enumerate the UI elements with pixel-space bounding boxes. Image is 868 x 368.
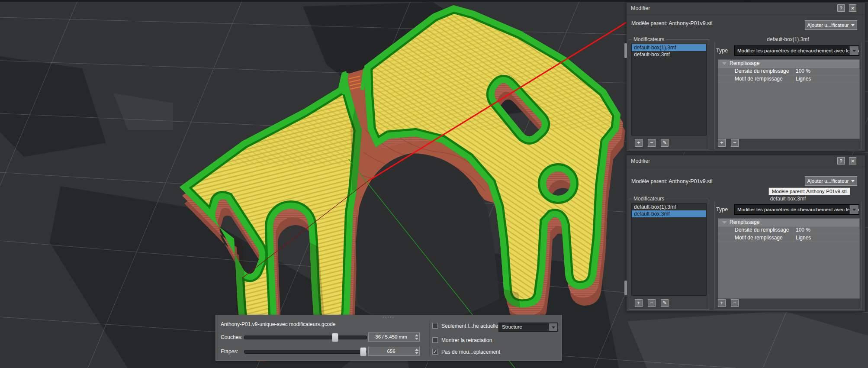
list-item-modifier[interactable]: default-box(1).3mf xyxy=(632,203,706,210)
panel-resize-handle[interactable] xyxy=(624,43,627,58)
steps-value[interactable]: 656 xyxy=(368,347,414,356)
properties-table: Remplissage Densité du remplissage 100 %… xyxy=(718,218,860,299)
parent-model-label: Modèle parent: Anthony-P01v9.stl xyxy=(631,178,713,184)
properties-table: Remplissage Densité du remplissage 100 %… xyxy=(718,59,860,139)
type-label: Type xyxy=(716,48,728,54)
layers-label: Couches: xyxy=(221,334,243,340)
add-icon[interactable]: + xyxy=(635,299,643,307)
close-icon[interactable]: ✕ xyxy=(849,4,856,12)
settings-title: default-box.3mf xyxy=(714,196,862,202)
spinner-down-icon[interactable] xyxy=(415,352,418,354)
title-separator xyxy=(627,167,865,167)
table-row[interactable]: Densité du remplissage 100 % xyxy=(718,226,859,234)
list-item-modifier[interactable]: default-box.3mf xyxy=(632,210,706,217)
add-icon[interactable]: + xyxy=(718,139,726,147)
panel-resize-handle[interactable] xyxy=(624,281,627,295)
checkbox-show-retraction[interactable] xyxy=(432,337,438,343)
add-modifier-dropdown[interactable]: Ajouter u...ificateur xyxy=(805,176,857,186)
checkbox-label: Seulement l...he actuelle xyxy=(441,323,498,329)
type-combo[interactable]: Modifier les paramètres de chevauchement… xyxy=(734,204,859,215)
close-icon[interactable]: ✕ xyxy=(849,157,856,165)
panel-title: Modifier xyxy=(631,5,650,11)
slicer-window: Modifier ? ✕ Modèle parent: Anthony-P01v… xyxy=(0,0,868,368)
collapse-triangle-icon xyxy=(722,62,727,65)
checkbox-label: Montrer la retractation xyxy=(441,337,492,343)
chevron-down-icon[interactable] xyxy=(549,323,557,331)
spinner-down-icon[interactable] xyxy=(415,338,418,340)
parent-model-label: Modèle parent: Anthony-P01v9.stl xyxy=(631,20,713,26)
preview-toolbar: ····· Anthony-P01.v9-unique-avec modific… xyxy=(215,315,562,361)
table-row[interactable]: Motif de remplissage Lignes xyxy=(718,75,859,83)
collapse-triangle-icon xyxy=(722,221,727,224)
add-icon[interactable]: + xyxy=(718,299,726,307)
type-label: Type xyxy=(716,207,728,213)
steps-slider[interactable] xyxy=(244,350,367,354)
drag-handle[interactable]: ····· xyxy=(216,315,561,319)
chevron-down-icon xyxy=(851,180,855,182)
modifiers-list: default-box(1).3mf default-box.3mf xyxy=(631,44,707,136)
table-row[interactable]: Motif de remplissage Lignes xyxy=(718,234,859,242)
edit-pencil-icon[interactable]: ✎ xyxy=(661,139,669,147)
remove-icon[interactable]: − xyxy=(731,139,739,147)
panel-title: Modifier xyxy=(631,158,650,164)
section-header[interactable]: Remplissage xyxy=(718,60,859,68)
modifier-panel-1: Modifier ? ✕ Modèle parent: Anthony-P01v… xyxy=(626,2,865,152)
checkbox-label: Pas de mou...eplacement xyxy=(441,349,500,355)
table-row[interactable]: Densité du remplissage 100 % xyxy=(718,68,859,75)
help-button[interactable]: ? xyxy=(837,157,845,165)
modifiers-group-label: Modificateurs xyxy=(632,36,666,42)
settings-title: default-box(1).3mf xyxy=(714,36,862,42)
layers-value[interactable]: 36 / 5.450 mm xyxy=(368,332,414,342)
checkbox-current-layer-only[interactable] xyxy=(432,323,438,329)
help-button[interactable]: ? xyxy=(837,4,845,12)
chevron-down-icon xyxy=(851,24,855,26)
steps-slider-thumb[interactable] xyxy=(360,347,366,356)
modifier-panel-2: Modifier ? ✕ Modèle parent: Anthony-P01v… xyxy=(626,155,865,312)
layers-spinner xyxy=(414,332,420,342)
view-mode-combo[interactable]: Structure xyxy=(498,323,558,332)
checkbox-no-travel-moves[interactable]: ✓ xyxy=(432,349,438,355)
modifiers-group-label: Modificateurs xyxy=(632,196,666,202)
remove-icon[interactable]: − xyxy=(648,299,656,307)
add-modifier-dropdown[interactable]: Ajouter u...ificateur xyxy=(805,20,857,30)
edit-pencil-icon[interactable]: ✎ xyxy=(661,299,669,307)
chevron-down-icon[interactable] xyxy=(849,46,858,55)
modifiers-list: default-box(1).3mf default-box.3mf xyxy=(631,203,707,296)
remove-icon[interactable]: − xyxy=(731,299,739,307)
layers-slider[interactable] xyxy=(244,336,367,339)
remove-icon[interactable]: − xyxy=(648,139,656,147)
list-item-modifier[interactable]: default-box(1).3mf xyxy=(632,44,706,51)
list-item-modifier[interactable]: default-box.3mf xyxy=(632,51,706,58)
type-combo[interactable]: Modifier les paramètres de chevauchement… xyxy=(734,45,859,56)
add-icon[interactable]: + xyxy=(635,139,643,147)
spinner-up-icon[interactable] xyxy=(415,334,418,336)
title-separator xyxy=(627,14,865,14)
steps-label: Etapes: xyxy=(221,349,238,355)
tooltip: Modèle parent: Anthony-P01v9.stl xyxy=(768,187,850,195)
chevron-down-icon[interactable] xyxy=(849,205,858,214)
gcode-filename: Anthony-P01.v9-unique-avec modificateurs… xyxy=(221,321,336,327)
top-edge-strip xyxy=(0,0,868,2)
toolbar-divider xyxy=(429,320,430,356)
steps-spinner xyxy=(414,347,420,356)
spinner-up-icon[interactable] xyxy=(415,349,418,351)
layers-slider-thumb[interactable] xyxy=(332,333,338,342)
section-header[interactable]: Remplissage xyxy=(718,219,859,226)
